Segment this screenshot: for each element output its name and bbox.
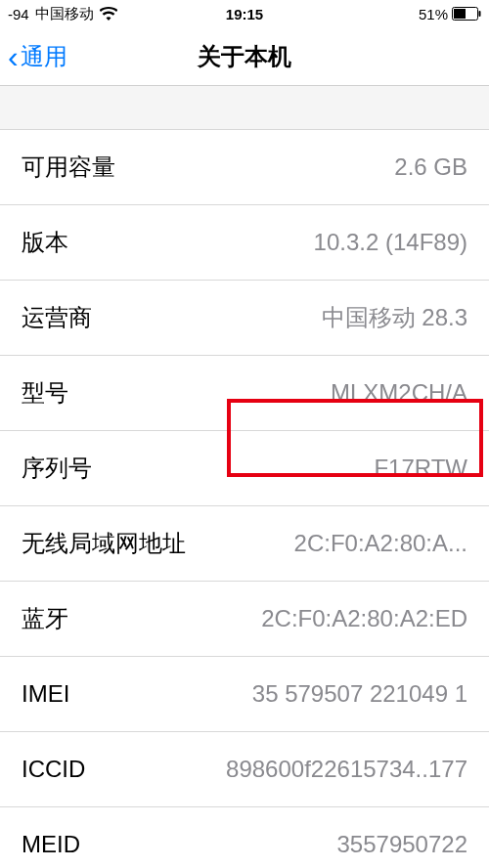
- row-label: 型号: [22, 377, 68, 409]
- svg-rect-1: [454, 9, 466, 19]
- row-label: 版本: [22, 227, 68, 258]
- row-label: 可用容量: [22, 152, 115, 183]
- row-value: F17RTW: [374, 455, 467, 482]
- nav-bar: ‹ 通用 关于本机: [0, 27, 489, 86]
- row-label: MEID: [22, 831, 80, 858]
- row-value: 2C:F0:A2:80:A...: [294, 530, 467, 557]
- back-label: 通用: [21, 41, 67, 72]
- row-label: 序列号: [22, 453, 92, 484]
- carrier-name: 中国移动: [35, 5, 94, 23]
- row-value: 2C:F0:A2:80:A2:ED: [261, 605, 467, 632]
- status-left: -94 中国移动: [8, 5, 117, 23]
- row-available-capacity[interactable]: 可用容量 2.6 GB: [0, 130, 489, 205]
- row-label: 蓝牙: [22, 603, 68, 634]
- row-label: IMEI: [22, 680, 69, 708]
- row-model[interactable]: 型号 MLXM2CH/A: [0, 356, 489, 431]
- row-version[interactable]: 版本 10.3.2 (14F89): [0, 205, 489, 281]
- row-value: MLXM2CH/A: [331, 379, 467, 407]
- chevron-left-icon: ‹: [8, 41, 19, 72]
- status-time: 19:15: [226, 6, 263, 22]
- row-value: 中国移动 28.3: [322, 302, 467, 333]
- row-wifi-address[interactable]: 无线局域网地址 2C:F0:A2:80:A...: [0, 506, 489, 582]
- row-label: ICCID: [22, 756, 85, 783]
- page-title: 关于本机: [198, 41, 291, 72]
- wifi-icon: [100, 7, 117, 21]
- row-value: 35 579507 221049 1: [252, 680, 467, 708]
- section-spacer: [0, 86, 489, 130]
- row-bluetooth[interactable]: 蓝牙 2C:F0:A2:80:A2:ED: [0, 582, 489, 657]
- row-value: 3557950722: [337, 831, 467, 858]
- row-label: 无线局域网地址: [22, 528, 186, 559]
- row-serial-number[interactable]: 序列号 F17RTW: [0, 431, 489, 506]
- row-value: 2.6 GB: [394, 153, 467, 181]
- row-carrier[interactable]: 运营商 中国移动 28.3: [0, 281, 489, 356]
- row-meid[interactable]: MEID 3557950722: [0, 807, 489, 868]
- back-button[interactable]: ‹ 通用: [0, 41, 67, 72]
- signal-strength: -94: [8, 6, 29, 22]
- battery-percentage: 51%: [419, 6, 448, 22]
- row-iccid[interactable]: ICCID 898600f22615734..177: [0, 732, 489, 807]
- row-value: 10.3.2 (14F89): [314, 229, 467, 256]
- battery-icon: [452, 7, 481, 21]
- status-bar: -94 中国移动 19:15 51%: [0, 0, 489, 27]
- row-label: 运营商: [22, 302, 92, 333]
- status-right: 51%: [419, 6, 481, 22]
- row-value: 898600f22615734..177: [226, 756, 467, 783]
- row-imei[interactable]: IMEI 35 579507 221049 1: [0, 657, 489, 732]
- svg-rect-2: [479, 11, 481, 17]
